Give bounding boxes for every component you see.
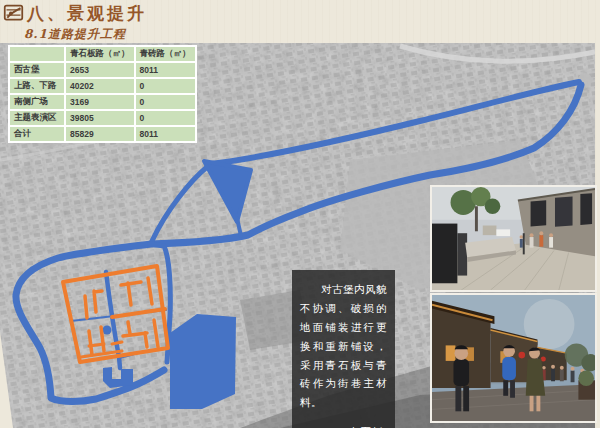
row-label: 西古堡 [9,62,65,78]
note-text: 对古堡内风貌不协调、破损的地面铺装进行更换和重新铺设，采用青石板与青砖作为街巷主… [300,280,387,412]
row-label: 上路、下路 [9,78,65,94]
page-subtitle: 8.1道路提升工程 [24,26,126,43]
row-value: 0 [135,78,196,94]
table-header-blank [9,46,65,62]
row-value: 8011 [135,62,196,78]
table-row: 主题表演区 39805 0 [9,110,196,126]
row-value: 8011 [135,126,196,142]
table-header-row: 青石板路（㎡） 青砖路（㎡） [9,46,196,62]
photo-dusk-street [430,293,597,423]
row-value: 85829 [65,126,135,142]
row-value: 3169 [65,94,135,110]
row-value: 2653 [65,62,135,78]
row-value: 0 [135,94,196,110]
row-label: 主题表演区 [9,110,65,126]
table-header-qingshiban: 青石板路（㎡） [65,46,135,62]
area-table: 青石板路（㎡） 青砖路（㎡） 西古堡 2653 8011 上路、下路 40202… [8,45,197,143]
page-title: 八、景观提升 [27,2,147,25]
header-seal-icon [3,2,24,23]
table-row: 南侧广场 3169 0 [9,94,196,110]
table-row: 西古堡 2653 8011 [9,62,196,78]
slide-canvas: 八、景观提升 8.1道路提升工程 青石板路（㎡） 青砖路（㎡） 西古堡 2653… [0,0,600,428]
photo-day-street [430,185,597,292]
row-label: 南侧广场 [9,94,65,110]
row-value: 0 [135,110,196,126]
pond-theme-performance-area [170,314,236,409]
table-header-qingzhuan: 青砖路（㎡） [135,46,196,62]
row-label: 合计 [9,126,65,142]
table-row: 上路、下路 40202 0 [9,78,196,94]
row-value: 39805 [65,110,135,126]
note-panel: 对古堡内风貌不协调、破损的地面铺装进行更换和重新铺设，采用青石板与青砖作为街巷主… [292,270,395,428]
row-value: 40202 [65,78,135,94]
table-row-total: 合计 85829 8011 [9,126,196,142]
